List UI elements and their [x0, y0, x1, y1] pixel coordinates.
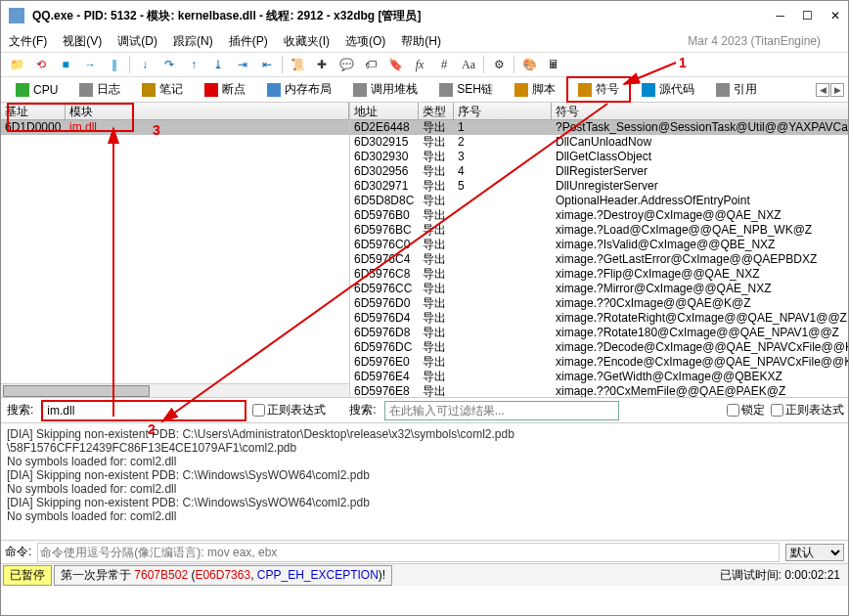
- tab-CPU[interactable]: CPU: [5, 79, 68, 101]
- table-row[interactable]: 6D302956导出4DllRegisterServer: [350, 164, 849, 179]
- col-header[interactable]: 序号: [454, 103, 552, 119]
- table-row[interactable]: 6D5976E8导出ximage.??0CxMemFile@@QAE@PAEK@…: [350, 384, 849, 397]
- step-icon[interactable]: ⤓: [206, 55, 230, 74]
- pause-icon[interactable]: ‖: [103, 55, 126, 74]
- modules-list[interactable]: 6D1D0000im.dll: [1, 120, 349, 397]
- command-mode-select[interactable]: 默认: [785, 544, 844, 561]
- search-bar: 搜索: 正则表达式 搜索: 锁定 正则表达式: [1, 398, 848, 423]
- table-row[interactable]: 6D5976BC导出ximage.?Load@CxImage@@QAE_NPB_…: [350, 223, 849, 238]
- minimize-button[interactable]: ─: [776, 9, 784, 22]
- step-out-icon[interactable]: ↑: [182, 55, 205, 74]
- col-header[interactable]: 地址: [350, 103, 419, 119]
- settings-icon[interactable]: ⚙: [487, 55, 511, 74]
- tab-引用[interactable]: 引用: [705, 77, 768, 102]
- step-into-icon[interactable]: ↓: [133, 55, 156, 74]
- run-icon[interactable]: →: [78, 55, 102, 74]
- tab-SEH链[interactable]: SEH链: [428, 77, 504, 102]
- status-exception: 第一次异常于 7607B502 (E06D7363, CPP_EH_EXCEPT…: [54, 565, 392, 586]
- search-label-left: 搜索:: [5, 402, 35, 418]
- menu-debug[interactable]: 调试(D): [117, 33, 157, 50]
- tab-断点[interactable]: 断点: [194, 77, 256, 102]
- tab-日志[interactable]: 日志: [68, 77, 131, 102]
- tab-label: 调用堆栈: [371, 81, 418, 98]
- bookmark-icon[interactable]: 🔖: [383, 55, 407, 74]
- table-row[interactable]: 6D5976C0导出ximage.?IsValid@CxImage@@QBE_N…: [350, 238, 849, 252]
- menu-favorites[interactable]: 收藏夹(I): [284, 33, 330, 50]
- run-to-icon[interactable]: ⇥: [231, 55, 254, 74]
- stop-icon[interactable]: ■: [54, 55, 77, 74]
- col-header[interactable]: 符号: [552, 103, 849, 119]
- table-row[interactable]: 6D5976CC导出ximage.?Mirror@CxImage@@QAE_NX…: [350, 282, 849, 296]
- menu-trace[interactable]: 跟踪(N): [173, 33, 213, 50]
- tab-内存布局[interactable]: 内存布局: [256, 77, 342, 102]
- menu-file[interactable]: 文件(F): [9, 33, 47, 50]
- tab-icon: [79, 83, 93, 97]
- patch-icon[interactable]: ✚: [310, 55, 334, 74]
- menu-options[interactable]: 选项(O): [345, 33, 385, 50]
- close-button[interactable]: ✕: [830, 9, 840, 22]
- table-row[interactable]: 6D5976E0导出ximage.?Encode@CxImage@@QAE_NP…: [350, 355, 849, 370]
- command-label: 命令:: [5, 544, 31, 560]
- table-row[interactable]: 6D302971导出5DllUnregisterServer: [350, 179, 849, 194]
- theme-icon[interactable]: 🎨: [517, 55, 541, 74]
- regex-checkbox-right[interactable]: 正则表达式: [771, 402, 844, 418]
- lock-checkbox[interactable]: 锁定: [727, 402, 765, 418]
- symbols-pane: 地址类型序号符号 6D2E6448导出1?PostTask_Session@Se…: [350, 103, 849, 397]
- calc-icon[interactable]: 🖩: [542, 55, 565, 74]
- symbols-list[interactable]: 6D2E6448导出1?PostTask_Session@SessionTask…: [350, 120, 849, 397]
- table-row[interactable]: 6D5976D4导出ximage.?RotateRight@CxImage@@Q…: [350, 311, 849, 326]
- tab-调用堆栈[interactable]: 调用堆栈: [342, 77, 428, 102]
- text-icon[interactable]: Aa: [457, 55, 480, 74]
- restart-icon[interactable]: ⟲: [29, 55, 53, 74]
- menu-plugins[interactable]: 插件(P): [229, 33, 268, 50]
- table-row[interactable]: 6D5D8D8C导出OptionalHeader.AddressOfEntryP…: [350, 194, 849, 208]
- command-input[interactable]: [37, 543, 780, 562]
- run-until-icon[interactable]: ⇤: [255, 55, 279, 74]
- script-icon[interactable]: 📜: [286, 55, 309, 74]
- tab-label: 内存布局: [285, 81, 332, 98]
- title-bar: QQ.exe - PID: 5132 - 模块: kernelbase.dll …: [1, 1, 848, 30]
- table-row[interactable]: 6D5976D0导出ximage.??0CxImage@@QAE@K@Z: [350, 296, 849, 311]
- table-row[interactable]: 6D1D0000im.dll: [1, 120, 349, 135]
- tab-脚本[interactable]: 脚本: [504, 77, 566, 102]
- tab-符号[interactable]: 符号: [566, 76, 631, 103]
- tab-源代码[interactable]: 源代码: [631, 77, 705, 102]
- regex-checkbox-left[interactable]: 正则表达式: [252, 402, 326, 418]
- search-input-left[interactable]: [41, 400, 246, 421]
- tab-icon: [514, 83, 528, 97]
- func-icon[interactable]: fx: [408, 55, 431, 74]
- table-row[interactable]: 6D5976E4导出ximage.?GetWidth@CxImage@@QBEK…: [350, 370, 849, 384]
- table-row[interactable]: 6D5976C8导出ximage.?Flip@CxImage@@QAE_NXZ: [350, 267, 849, 282]
- maximize-button[interactable]: ☐: [802, 9, 813, 22]
- menu-view[interactable]: 视图(V): [63, 33, 102, 50]
- table-row[interactable]: 6D2E6448导出1?PostTask_Session@SessionTask…: [350, 120, 849, 135]
- table-row[interactable]: 6D5976C4导出ximage.?GetLastError@CxImage@@…: [350, 252, 849, 267]
- tab-icon: [642, 83, 655, 97]
- tab-scroll-right-icon[interactable]: ▶: [830, 83, 844, 97]
- tab-label: 脚本: [532, 81, 556, 98]
- col-header[interactable]: 类型: [419, 103, 454, 119]
- tab-scroll-left-icon[interactable]: ◀: [816, 83, 829, 97]
- col-header[interactable]: 模块: [66, 103, 349, 119]
- table-row[interactable]: 6D5976D8导出ximage.?Rotate180@CxImage@@QAE…: [350, 326, 849, 340]
- tab-笔记[interactable]: 笔记: [131, 77, 194, 102]
- col-header[interactable]: 基址: [1, 103, 66, 119]
- table-row[interactable]: 6D302915导出2DllCanUnloadNow: [350, 135, 849, 150]
- status-paused: 已暂停: [3, 565, 52, 586]
- tab-icon: [353, 83, 367, 97]
- h-scrollbar[interactable]: [1, 383, 349, 397]
- table-row[interactable]: 6D302930导出3DllGetClassObject: [350, 150, 849, 164]
- step-over-icon[interactable]: ↷: [157, 55, 181, 74]
- menu-help[interactable]: 帮助(H): [401, 33, 441, 50]
- tab-label: 笔记: [159, 81, 183, 98]
- table-row[interactable]: 6D5976B0导出ximage.?Destroy@CxImage@@QAE_N…: [350, 208, 849, 223]
- open-file-icon[interactable]: 📁: [5, 55, 28, 74]
- log-output[interactable]: [DIA] Skipping non-existent PDB: C:\User…: [1, 423, 848, 541]
- comment-icon[interactable]: 💬: [335, 55, 358, 74]
- label-icon[interactable]: 🏷: [359, 55, 382, 74]
- tab-icon: [267, 83, 281, 97]
- hash-icon[interactable]: #: [432, 55, 456, 74]
- main-toolbar: 📁 ⟲ ■ → ‖ ↓ ↷ ↑ ⤓ ⇥ ⇤ 📜 ✚ 💬 🏷 🔖 fx # Aa …: [1, 52, 848, 77]
- search-input-right[interactable]: [384, 401, 619, 420]
- table-row[interactable]: 6D5976DC导出ximage.?Decode@CxImage@@QAE_NP…: [350, 340, 849, 355]
